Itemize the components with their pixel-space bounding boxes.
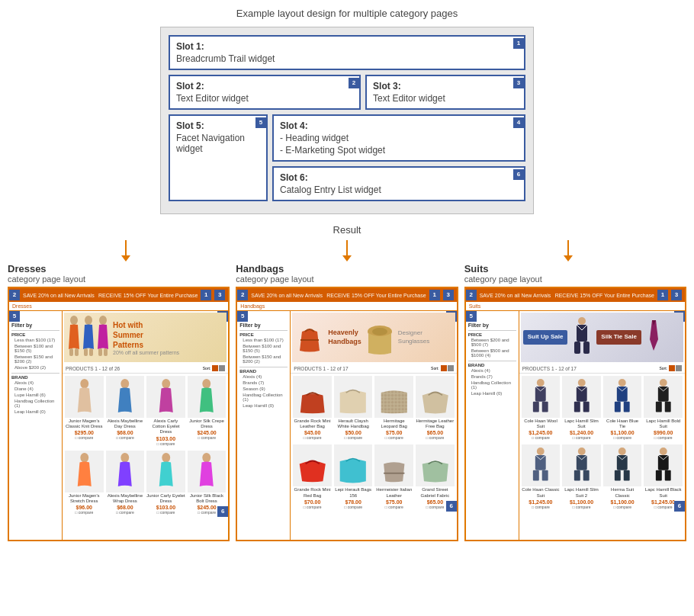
dresses-product-1[interactable]: Alexis Maybelline Day Dress $68.00 □ com… <box>106 376 145 446</box>
handbags-receive-text: RECEIVE 15% OFF Your Entire Purchase <box>326 293 426 298</box>
suits-product-2[interactable]: Cole Haan Blue Tie $1,100.00 □ compare <box>603 376 642 440</box>
handbags-badge-1: 1 <box>429 290 440 300</box>
svg-point-26 <box>537 379 545 387</box>
dresses-price-item-2: Between $150 and $200 (2) <box>11 354 59 364</box>
dresses-filter-label: Filter by <box>11 322 59 328</box>
dresses-brand-item-3: Handbag Collection (1) <box>11 398 59 409</box>
handbags-badge-2: 2 <box>237 290 248 300</box>
svg-point-30 <box>578 379 586 387</box>
suits-product-0[interactable]: Cole Haan Wool Suit $1,245.00 □ compare <box>522 376 561 440</box>
handbags-product-1[interactable]: Herault Claysh White Handbag $50.00 □ co… <box>334 376 373 440</box>
dresses-header-bar: SAVE 20% on all New Arrivals RECEIVE 15%… <box>9 288 228 302</box>
handbags-product-7[interactable]: Grand Street Gabriel Fabric $65.00 □ com… <box>416 444 455 509</box>
handbags-product-4[interactable]: Grande Rock Mini Red Bag $70.00 □ compar… <box>293 444 332 509</box>
dresses-product-4[interactable]: Junior Magen's Stretch Dress $96.00 □ co… <box>65 451 104 515</box>
dresses-product-6[interactable]: Junior Carly Eyelet Dress $103.00 □ comp… <box>146 451 185 515</box>
svg-rect-8 <box>104 348 108 356</box>
handbags-product-grid-2: Grande Rock Mini Red Bag $70.00 □ compar… <box>291 442 456 511</box>
suits-thumb-5 <box>562 444 601 486</box>
handbags-product-3[interactable]: Hermitage Leather Free Bag $65.00 □ comp… <box>416 376 455 440</box>
dresses-content: 4 <box>63 311 228 540</box>
dresses-list-icon[interactable] <box>219 365 225 371</box>
dresses-product-5[interactable]: Alexis Maybelline Wrap Dress $68.00 □ co… <box>106 451 145 515</box>
handbags-product-6[interactable]: Hermeister Italian Leather $75.00 □ comp… <box>374 444 413 509</box>
suits-thumb-1 <box>562 376 601 418</box>
suits-save-text: SAVE 20% on all New Arrivals <box>480 293 551 298</box>
arrow-suits <box>564 240 573 261</box>
svg-rect-56 <box>656 470 662 481</box>
dresses-product-7[interactable]: Junior Silk Black Bolt Dress $245.00 □ c… <box>188 451 227 515</box>
suits-header-bar: SAVE 20% on all New Arrivals RECEIVE 15%… <box>466 288 685 302</box>
suits-product-1[interactable]: Lapc Hamill Slim Suit $1,240.00 □ compar… <box>562 376 601 440</box>
dresses-name-5: Alexis Maybelline Wrap Dress <box>106 493 145 504</box>
handbags-grid-icon[interactable] <box>441 365 447 371</box>
suits-promo-banner: Suit Up Sale <box>521 313 683 362</box>
svg-rect-28 <box>533 401 539 412</box>
dresses-compare-0[interactable]: □ compare <box>75 435 93 440</box>
dresses-name-7: Junior Silk Black Bolt Dress <box>188 493 227 504</box>
suits-thumb-7 <box>644 444 683 486</box>
dresses-price-item-0: Less than $100 (17) <box>11 337 59 343</box>
suit-figure-1 <box>570 316 593 358</box>
dress-svg-1 <box>108 378 143 416</box>
dress-svg-5 <box>108 452 143 490</box>
suits-badge-6: 6 <box>674 501 685 512</box>
suits-product-7[interactable]: Lapc Hamill Black Suit $1,245.00 □ compa… <box>644 444 683 509</box>
suits-promo-block-2: Silk Tie Sale <box>596 330 641 344</box>
svg-rect-53 <box>624 470 630 481</box>
suits-product-3[interactable]: Lapc Hamill Bold Suit $990.00 □ compare <box>644 376 683 440</box>
suits-product-grid-2: Cole Haan Classic Suit $1,245.00 □ compa… <box>519 442 685 511</box>
suit-svg-0 <box>523 378 558 416</box>
slot-row-4-5: 5 Slot 5: Facet Navigation widget 4 Slot… <box>169 114 525 201</box>
suits-thumb-0 <box>522 376 561 418</box>
dresses-product-3[interactable]: Junior Silk Crepe Dress $245.00 □ compar… <box>188 376 227 446</box>
dresses-price-5: $68.00 <box>117 505 133 510</box>
dresses-product-2[interactable]: Alexis Carly Cotton Eyelet Dress $103.00… <box>146 376 185 446</box>
handbags-brand-group: BRAND Alexis (4) Brands (7) Season (9) H… <box>239 367 288 409</box>
svg-rect-49 <box>583 470 590 481</box>
pages-row: Dresses category page layout 2 SAVE 20% … <box>0 263 694 541</box>
handbags-list-icon[interactable] <box>448 365 454 371</box>
suits-badge-3: 3 <box>671 290 682 300</box>
dresses-promo-headline: Hot withSummerPatterns <box>113 320 179 350</box>
suits-sidebar-content: Filter by PRICE Between $200 and $500 (7… <box>468 322 516 396</box>
suits-grid-icon[interactable] <box>669 365 675 371</box>
dresses-main: 5 Filter by PRICE Less than $100 (17) Be… <box>9 311 228 540</box>
dress-figure-1 <box>67 315 81 361</box>
dresses-product-0[interactable]: Junior Magen's Classic Knit Dress $295.0… <box>65 376 104 446</box>
svg-point-19 <box>372 328 387 335</box>
dresses-grid-icon[interactable] <box>212 365 218 371</box>
dresses-thumb-4 <box>65 451 104 492</box>
dresses-compare-5[interactable]: □ compare <box>116 510 134 515</box>
dresses-compare-6[interactable]: □ compare <box>157 510 175 515</box>
suits-badge-5: 5 <box>466 311 477 322</box>
dresses-compare-3[interactable]: □ compare <box>198 435 216 440</box>
handbags-product-2[interactable]: Hermitage Leopard Bag $75.00 □ compare <box>374 376 413 440</box>
arrow-dresses <box>121 240 130 261</box>
dresses-compare-4[interactable]: □ compare <box>75 510 93 515</box>
slot-box-2: 2 Slot 2: Text Editor widget <box>169 75 361 110</box>
handbags-product-0[interactable]: Grande Rock Mini Leather Bag $45.00 □ co… <box>293 376 332 440</box>
dresses-compare-2[interactable]: □ compare <box>157 441 175 446</box>
suits-product-5[interactable]: Lapc Hamill Slim Suit 2 $1,100.00 □ comp… <box>562 444 601 509</box>
diagram-title: Example layout design for multiple categ… <box>236 8 458 19</box>
suits-thumb-2 <box>603 376 642 418</box>
dresses-compare-7[interactable]: □ compare <box>198 510 216 515</box>
svg-rect-39 <box>658 387 669 402</box>
dress-svg-6 <box>149 452 184 490</box>
handbags-product-5[interactable]: Lepi Herault Bags 156 $78.00 □ compare <box>334 444 373 509</box>
result-label: Result <box>333 224 361 236</box>
result-section: Result Dresses category page layout 2 <box>0 224 694 541</box>
suits-product-4[interactable]: Cole Haan Classic Suit $1,245.00 □ compa… <box>522 444 561 509</box>
svg-point-46 <box>578 448 586 455</box>
dress-svg-3 <box>189 378 224 416</box>
handbags-products-section: 6 PRODUCTS 1 - 12 of 17 Sort: <box>291 364 456 512</box>
suits-list-icon[interactable] <box>676 365 682 371</box>
suits-product-6[interactable]: Herma Suit Classic $1,100.00 □ compare <box>603 444 642 509</box>
handbags-sidebar-content: Filter by PRICE Less than $100 (17) Betw… <box>239 322 288 409</box>
suits-title: Suits <box>464 263 686 274</box>
svg-rect-43 <box>535 455 546 470</box>
dresses-compare-1[interactable]: □ compare <box>116 435 134 440</box>
slot-badge-1: 1 <box>513 38 524 49</box>
suits-sidebar: 5 Filter by PRICE Between $200 and $500 … <box>466 311 519 540</box>
